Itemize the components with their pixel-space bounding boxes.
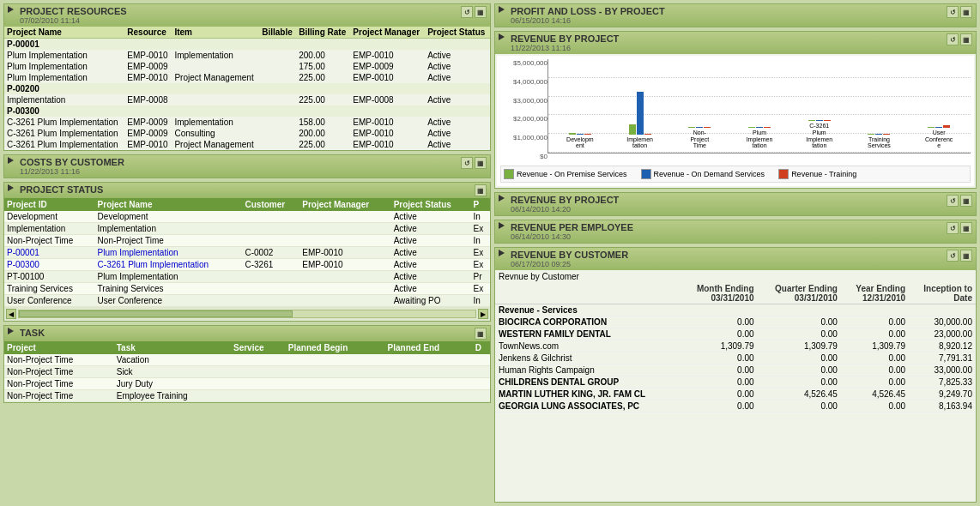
costs-by-customer-panel: COSTS BY CUSTOMER 11/22/2013 11:16 ↺ ▦ [3, 154, 491, 178]
revenue-by-customer-panel: REVENUE BY CUSTOMER 06/17/2010 09:25 ↺ ▦… [494, 247, 977, 503]
costs-header[interactable]: COSTS BY CUSTOMER 11/22/2013 11:16 ↺ ▦ [4, 155, 490, 178]
task-table: Project Task Service Planned Begin Plann… [4, 341, 490, 402]
col-customer: Customer [242, 198, 299, 211]
group-p00001: P-00001 [4, 39, 490, 51]
group-p00300: P-00300 [4, 105, 490, 117]
table-row: Non-Project TimeEmployee Training [4, 390, 490, 402]
legend-training: Revenue - Training [778, 169, 856, 179]
profit-loss-date: 06/15/2010 14:16 [511, 16, 665, 25]
col-project-name: Project Name [4, 27, 124, 39]
table-row: WESTERN FAMILY DENTAL0.000.000.0023,000.… [495, 328, 976, 340]
revenue-employee-header[interactable]: REVENUE PER EMPLOYEE 06/14/2010 14:30 ↺ … [495, 220, 976, 243]
collapse-icon [8, 328, 14, 334]
col-project-name: Project Name [95, 198, 243, 211]
collapse-icon [8, 184, 14, 191]
settings-icon[interactable]: ▦ [960, 222, 972, 234]
col-p: P [471, 198, 490, 211]
legend-color-blue [641, 169, 651, 179]
table-row: Training ServicesTraining ServicesActive… [4, 283, 490, 295]
horizontal-scrollbar[interactable]: ◀ ▶ [4, 307, 490, 321]
revenue2-header[interactable]: REVENUE BY PROJECT 06/14/2010 14:20 ↺ ▦ [495, 193, 976, 215]
col-planned-begin: Planned Begin [286, 341, 385, 354]
revenue2-title: REVENUE BY PROJECT [511, 195, 619, 205]
refresh-icon[interactable]: ↺ [947, 250, 959, 262]
settings-icon[interactable]: ▦ [960, 195, 972, 207]
bar-c3261: C-3261PlumImplementation [791, 35, 848, 149]
costs-date: 11/22/2013 11:16 [20, 167, 124, 176]
costs-title: COSTS BY CUSTOMER [20, 157, 124, 167]
col-item: Item [172, 27, 259, 39]
bar-training: TrainingServices [851, 49, 908, 149]
col-project-manager: Project Manager [299, 198, 390, 211]
table-row: MARTIN LUTHER KING, JR. FAM CL0.004,526.… [495, 389, 976, 401]
legend-color-orange [778, 169, 789, 179]
task-title: TASK [20, 328, 45, 338]
col-project-id: Project ID [4, 198, 95, 211]
settings-icon[interactable]: ▦ [475, 328, 487, 340]
legend-on-demand: Revenue - On Demand Services [641, 169, 765, 179]
bar-implementation: Implementation [612, 49, 668, 149]
table-row: Jenkens & Gilchrist0.000.000.007,791.31 [495, 352, 976, 364]
scroll-left[interactable]: ◀ [6, 309, 16, 319]
col-billing-rate: Billing Rate [296, 27, 350, 39]
settings-icon[interactable]: ▦ [475, 184, 487, 196]
project-resources-panel: PROJECT RESOURCES 07/02/2010 11:14 ↺ ▦ P… [3, 3, 491, 151]
cell-name: Plum Implementation [4, 72, 124, 83]
collapse-icon [499, 195, 505, 202]
table-row: Human Rights Campaign0.000.000.0033,000.… [495, 364, 976, 376]
project-status-header[interactable]: PROJECT STATUS ▦ [4, 183, 490, 198]
refresh-icon[interactable]: ↺ [947, 222, 959, 234]
settings-icon[interactable]: ▦ [960, 6, 972, 18]
revenue-customer-header[interactable]: REVENUE BY CUSTOMER 06/17/2010 09:25 ↺ ▦ [495, 248, 976, 270]
profit-loss-header[interactable]: PROFIT AND LOSS - BY PROJECT 06/15/2010 … [495, 4, 976, 27]
task-header[interactable]: TASK ▦ [4, 326, 490, 341]
table-row: CHILDRENS DENTAL GROUP0.000.000.007,825.… [495, 376, 976, 389]
refresh-icon[interactable]: ↺ [461, 6, 473, 18]
cell-name: C-3261 Plum Implementation [4, 139, 124, 150]
cell-name: Implementation [4, 94, 124, 105]
table-row: P-00300C-3261 Plum ImplementationC-3261E… [4, 259, 490, 271]
bar-non-project: Non-ProjectTime [671, 42, 728, 149]
refresh-icon[interactable]: ↺ [947, 195, 959, 207]
group-p00200: P-00200 [4, 83, 490, 94]
col-resource: Resource [124, 27, 172, 39]
col-project-manager: Project Manager [350, 27, 425, 39]
collapse-icon [499, 6, 505, 13]
refresh-icon[interactable]: ↺ [461, 157, 473, 169]
col-project-status: Project Status [425, 27, 490, 39]
table-row: GEORGIA LUNG ASSOCIATES, PC0.000.000.008… [495, 401, 976, 413]
project-resources-title: PROJECT RESOURCES [20, 6, 127, 16]
revenue-title: REVENUE BY PROJECT [511, 33, 619, 44]
col-billable: Billable [259, 27, 296, 39]
collapse-icon [499, 250, 505, 256]
y-axis: $5,000,000 $4,000,000 $3,000,000 $2,000,… [500, 59, 547, 162]
cell-name: C-3261 Plum Implementation [4, 128, 124, 139]
settings-icon[interactable]: ▦ [475, 6, 487, 18]
collapse-icon [8, 157, 14, 164]
project-status-table: Project ID Project Name Customer Project… [4, 198, 490, 307]
table-row: Non-Project TimeVacation [4, 354, 490, 366]
section-header-services: Revenue - Services [495, 304, 976, 316]
collapse-icon [499, 33, 505, 40]
legend-on-premise: Revenue - On Premise Services [504, 169, 627, 179]
project-resources-header[interactable]: PROJECT RESOURCES 07/02/2010 11:14 ↺ ▦ [4, 4, 490, 27]
settings-icon[interactable]: ▦ [960, 250, 972, 262]
scroll-track[interactable] [18, 310, 476, 318]
table-row: TownNews.com1,309.791,309.791,309.798,92… [495, 340, 976, 352]
chart-legend: Revenue - On Premise Services Revenue - … [500, 166, 971, 183]
cell-name: C-3261 Plum Implementation [4, 117, 124, 128]
col-d: D [473, 341, 490, 354]
settings-icon[interactable]: ▦ [475, 157, 487, 169]
project-resources-date: 07/02/2010 11:14 [20, 16, 127, 25]
scroll-right[interactable]: ▶ [478, 309, 488, 319]
col-project-status: Project Status [391, 198, 471, 211]
refresh-icon[interactable]: ↺ [947, 6, 959, 18]
profit-loss-panel: PROFIT AND LOSS - BY PROJECT 06/15/2010 … [494, 3, 977, 27]
revenue-per-employee-panel: REVENUE PER EMPLOYEE 06/14/2010 14:30 ↺ … [494, 220, 977, 244]
revenue-customer-content: Revnue by Customer Month Ending03/31/201… [495, 270, 976, 502]
revenue-employee-date: 06/14/2010 14:30 [511, 232, 633, 241]
table-row: P-00001Plum ImplementationC-0002EMP-0010… [4, 247, 490, 259]
col-task: Task [114, 341, 231, 354]
col-planned-end: Planned End [385, 341, 473, 354]
revenue-customer-title: REVENUE BY CUSTOMER [511, 250, 628, 260]
